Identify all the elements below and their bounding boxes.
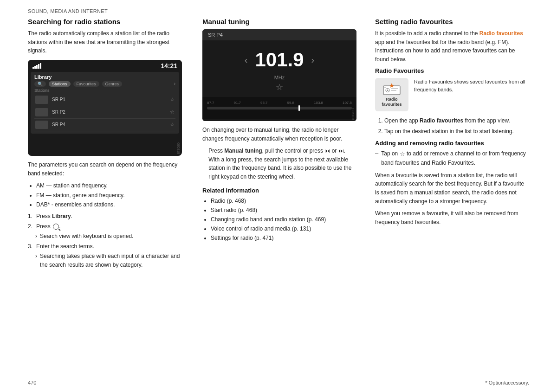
tuning-star-icon: ☆ <box>202 82 356 92</box>
fav-note-1: When a favourite is saved from a station… <box>375 171 529 206</box>
bullet-fm: FM — station, genre and frequency. <box>36 191 182 200</box>
step-2: 2. Press . <box>28 222 182 231</box>
tuning-frequency: 101.9 <box>255 49 304 71</box>
tuning-screen: SR P4 ‹ 101.9 › MHz ☆ 87.791.795.799.810… <box>202 29 356 121</box>
page-header: SOUND, MEDIA AND INTERNET <box>0 0 557 18</box>
tuning-unit: MHz <box>202 75 356 80</box>
tab-stations: Stations <box>49 81 71 87</box>
fav-note-2: When you remove a favourite, it will als… <box>375 209 529 226</box>
param-bullets: AM — station and frequency. FM — station… <box>28 181 182 209</box>
station-row-1: SR P1 ☆ <box>34 94 175 106</box>
tuning-prev-arrow: ‹ <box>245 55 248 65</box>
tuning-next-arrow: › <box>311 55 315 65</box>
library-label: Library <box>34 74 175 80</box>
tuning-scale: 87.791.795.799.8103.8107.5 <box>207 101 352 105</box>
params-intro: The parameters you can search on depend … <box>28 161 182 178</box>
footnote: * Option/accessory. <box>485 380 529 386</box>
add-remove-title: Adding and removing radio favourites <box>375 140 529 147</box>
right-intro: It is possible to add a radio channel to… <box>375 29 529 64</box>
station-row-2: SR P2 ☆ <box>34 106 175 119</box>
radio-fav-icon-box: Radiofavourites <box>375 78 408 111</box>
screen-time: 14:21 <box>161 62 177 70</box>
radio-fav-desc: Radio Favourites shows saved favourites … <box>414 78 529 93</box>
svg-rect-5 <box>384 87 386 88</box>
left-intro: The radio automatically compiles a stati… <box>28 29 182 55</box>
stations-section-label: Stations <box>34 88 175 93</box>
screen-tabs: 🔍 Stations Favourites Genres › <box>34 81 175 87</box>
tab-genres: Genres <box>102 81 123 87</box>
related-info-title: Related information <box>202 187 356 194</box>
mid-title: Manual tuning <box>202 18 356 26</box>
signal-bars <box>32 63 41 69</box>
related-info-list: Radio (p. 468) Start radio (p. 468) Chan… <box>202 197 356 243</box>
tab-favourites: Favourites <box>73 81 99 87</box>
related-item-2: Start radio (p. 468) <box>211 206 356 215</box>
step-2-sub: › Search view with keyboard is opened. <box>35 232 182 241</box>
mid-column: Manual tuning SR P4 ‹ 101.9 › MHz ☆ 87.7… <box>193 18 366 271</box>
tuning-img-code: G9631B <box>351 108 355 120</box>
step-1: 1. Press Library. <box>28 212 182 221</box>
screen-img-code: G9531B <box>177 142 180 154</box>
right-title: Setting radio favourites <box>375 18 529 26</box>
related-item-3: Changing radio band and radio station (p… <box>211 215 356 224</box>
right-step-1: Open the app Radio favourites from the a… <box>384 116 529 125</box>
search-icon-inline <box>53 224 59 230</box>
page-footer: 470 * Option/accessory. <box>0 380 557 386</box>
left-title: Searching for radio stations <box>28 18 182 26</box>
svg-rect-4 <box>391 90 396 91</box>
mid-intro: On changing over to manual tuning, the r… <box>202 126 356 143</box>
station-row-3: SR P4 ☆ <box>34 119 175 131</box>
radio-fav-box: Radiofavourites Radio Favourites shows s… <box>375 78 529 111</box>
bullet-dab: DAB* - ensembles and stations. <box>36 200 182 209</box>
radio-icon-svg <box>383 82 401 95</box>
tuning-bar-area: 87.791.795.799.8103.8107.5 <box>202 97 356 119</box>
bullet-am: AM — station and frequency. <box>36 181 182 190</box>
svg-rect-3 <box>391 88 398 89</box>
svg-point-2 <box>387 90 389 91</box>
page-number: 470 <box>28 380 36 386</box>
step-3: 3. Enter the search terms. <box>28 242 182 251</box>
add-remove-dash: – Tap on ☆ to add or remove a channel to… <box>375 149 529 167</box>
step-3-sub: › Searching takes place with each input … <box>35 252 182 269</box>
tab-search-icon: 🔍 <box>34 81 46 87</box>
right-column: Setting radio favourites It is possible … <box>366 18 538 271</box>
library-screen: 14:21 Library 🔍 Stations Favourites Genr… <box>28 60 182 156</box>
related-item-1: Radio (p. 468) <box>211 197 356 206</box>
radio-fav-title: Radio Favourites <box>375 67 529 74</box>
star-icon-inline: ☆ <box>400 149 405 159</box>
tuning-bar <box>207 107 352 109</box>
right-step-2: Tap on the desired station in the list t… <box>384 127 529 136</box>
tuning-top-label: SR P4 <box>202 29 356 40</box>
related-item-4: Voice control of radio and media (p. 131… <box>211 225 356 233</box>
related-item-5: Settings for radio (p. 471) <box>211 234 356 243</box>
tuning-cursor <box>298 105 300 111</box>
manual-tuning-dash: – Press Manual tuning, pull the control … <box>202 147 356 181</box>
left-column: Searching for radio stations The radio a… <box>19 18 193 271</box>
right-steps: Open the app Radio favourites from the a… <box>375 116 529 136</box>
